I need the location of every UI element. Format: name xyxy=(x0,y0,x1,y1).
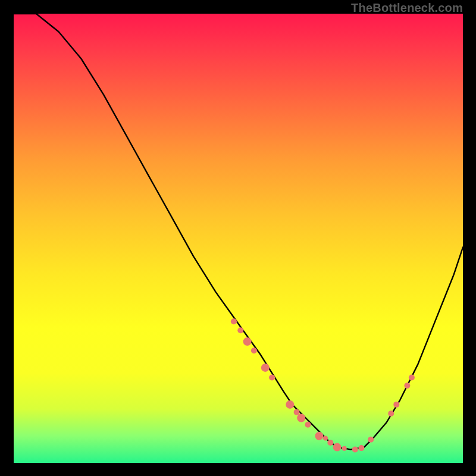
marker-point xyxy=(327,440,333,446)
marker-point xyxy=(368,437,374,443)
marker-point xyxy=(243,337,252,346)
marker-point xyxy=(261,364,270,372)
marker-point xyxy=(342,446,347,451)
marker-point xyxy=(297,414,305,422)
marker-point xyxy=(231,318,237,324)
marker-point xyxy=(404,383,410,389)
curve-markers xyxy=(231,318,415,452)
watermark-text: TheBottleneck.com xyxy=(351,1,463,15)
marker-point xyxy=(358,445,364,451)
marker-point xyxy=(323,436,328,441)
marker-point xyxy=(305,422,311,428)
marker-point xyxy=(352,446,358,452)
marker-point xyxy=(333,443,342,452)
marker-point xyxy=(251,347,257,353)
chart-svg xyxy=(14,14,463,463)
marker-point xyxy=(286,400,294,409)
marker-point xyxy=(315,432,323,440)
marker-point xyxy=(237,327,243,333)
marker-point xyxy=(393,402,399,408)
marker-point xyxy=(388,411,394,416)
bottleneck-curve xyxy=(14,14,463,449)
marker-point xyxy=(294,409,300,415)
marker-point xyxy=(409,375,415,381)
marker-point xyxy=(269,375,275,381)
